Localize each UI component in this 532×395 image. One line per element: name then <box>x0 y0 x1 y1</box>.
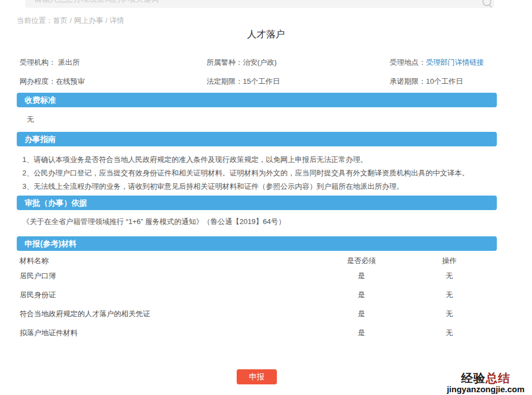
breadcrumb-home[interactable]: 首页 <box>53 16 68 25</box>
section-header-basis: 审批（办事）依据 <box>17 196 497 210</box>
material-name: 居民户口簿 <box>17 271 321 281</box>
fee-content: 无 <box>17 115 497 125</box>
department-details-link[interactable]: 受理部门详情链接 <box>426 58 484 66</box>
watermark-domain: jingyanzongjie.com <box>440 385 531 394</box>
guide-item: 2、公民办理户口登记，应当提交有效身份证件和相关证明材料。证明材料为外文的，应当… <box>22 166 497 180</box>
service-info-grid: 受理机构： 派出所 所属警种：治安(户政) 受理地点：受理部门详情链接 网办程度… <box>17 56 497 88</box>
info-promised-deadline: 承诺期限：10个工作日 <box>387 75 497 88</box>
material-operation: 无 <box>402 328 497 338</box>
guide-list: 1、请确认本项业务是否符合当地人民政府规定的准入条件及现行政策规定，以免网上申报… <box>17 153 497 193</box>
section-header-guide: 办事指南 <box>17 132 497 146</box>
guide-item: 1、请确认本项业务是否符合当地人民政府规定的准入条件及现行政策规定，以免网上申报… <box>22 153 497 166</box>
info-accepting-agency: 受理机构： 派出所 <box>17 56 204 69</box>
table-row: 符合当地政府规定的人才落户的相关凭证 是 无 <box>17 304 497 323</box>
breadcrumb-separator: / <box>103 16 110 25</box>
info-online-level: 网办程度：在线预审 <box>17 75 204 88</box>
col-header-material-name: 材料名称 <box>17 256 321 266</box>
materials-table-header: 材料名称 是否必须 操作 <box>17 255 497 266</box>
material-operation: 无 <box>402 271 497 281</box>
section-header-fee: 收费标准 <box>17 93 497 107</box>
basis-content: 《关于在全省户籍管理领域推行 “1+6” 服务模式的通知》（鲁公通【2019】6… <box>17 217 497 227</box>
section-header-materials: 申报(参考)材料 <box>17 236 497 251</box>
material-required: 是 <box>321 290 402 300</box>
site-watermark: 经验总结 jingyanzongjie.com <box>440 372 531 394</box>
guide-item: 3、无法线上全流程办理的业务，请收到初审意见后持相关证明材料和证件（参照公示内容… <box>22 180 497 193</box>
material-required: 是 <box>321 271 402 281</box>
info-police-type: 所属警种：治安(户政) <box>204 56 387 69</box>
page-title: 人才落户 <box>0 28 532 41</box>
material-operation: 无 <box>402 290 497 300</box>
col-header-operation: 操作 <box>402 256 497 266</box>
breadcrumb-separator: / <box>68 16 74 25</box>
search-bar <box>25 0 494 8</box>
table-row: 拟落户地证件材料 是 无 <box>17 323 497 342</box>
info-legal-deadline: 法定期限：15个工作日 <box>204 75 387 88</box>
watermark-title: 经验总结 <box>440 372 531 384</box>
material-name: 居民身份证 <box>17 290 321 300</box>
breadcrumb-prefix: 当前位置： <box>17 16 53 25</box>
table-row: 居民户口簿 是 无 <box>17 266 497 285</box>
breadcrumb-current: 详情 <box>109 16 124 25</box>
search-input[interactable] <box>25 0 494 8</box>
material-required: 是 <box>321 309 402 319</box>
search-icon[interactable] <box>482 0 491 6</box>
info-accepting-location: 受理地点：受理部门详情链接 <box>387 56 497 69</box>
breadcrumb-online-services[interactable]: 网上办事 <box>74 16 103 25</box>
sections-container: 收费标准 无 办事指南 1、请确认本项业务是否符合当地人民政府规定的准入条件及现… <box>17 93 497 342</box>
col-header-required: 是否必须 <box>321 256 402 266</box>
material-name: 符合当地政府规定的人才落户的相关凭证 <box>17 309 321 319</box>
service-detail-page: 当前位置：首页/网上办事/详情 人才落户 受理机构： 派出所 所属警种：治安(户… <box>0 0 532 395</box>
material-name: 拟落户地证件材料 <box>17 328 321 338</box>
breadcrumb: 当前位置：首页/网上办事/详情 <box>17 16 124 26</box>
submit-button[interactable]: 申报 <box>237 369 277 384</box>
table-row: 居民身份证 是 无 <box>17 285 497 304</box>
material-operation: 无 <box>402 309 497 319</box>
material-required: 是 <box>321 328 402 338</box>
